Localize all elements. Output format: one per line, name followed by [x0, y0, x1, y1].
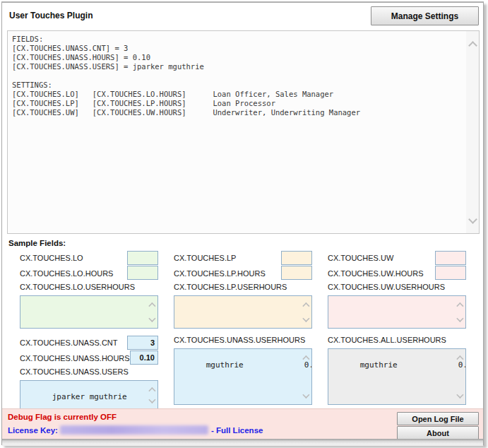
scroll-down-icon[interactable]: [148, 397, 155, 404]
unass-userhours-label: CX.TOUCHES.UNASS.USERHOURS: [174, 336, 312, 347]
scroll-down-icon[interactable]: [148, 316, 155, 323]
scroll-down-icon[interactable]: [456, 392, 463, 399]
unass-cnt-label: CX.TOUCHES.UNASS.CNT: [20, 338, 127, 347]
scroll-down-icon[interactable]: [468, 216, 477, 225]
scroll-up-icon[interactable]: [456, 301, 463, 308]
scroll-up-icon[interactable]: [302, 354, 309, 361]
license-key-redacted: [60, 425, 208, 435]
scroll-up-icon[interactable]: [148, 301, 155, 308]
output-panel[interactable]: FIELDS: [CX.TOUCHES.UNASS.CNT] = 3 [CX.T…: [7, 30, 480, 234]
lp-hours-input[interactable]: [281, 266, 312, 280]
lp-userhours-label: CX.TOUCHES.LP.USERHOURS: [174, 283, 312, 294]
lp-field-label: CX.TOUCHES.LP: [174, 254, 281, 262]
lo-hours-label: CX.TOUCHES.LO.HOURS: [20, 269, 127, 278]
footer-bar: Debug Flag is currently OFF License Key:…: [2, 408, 483, 439]
open-log-file-button[interactable]: Open Log File: [397, 412, 479, 425]
scroll-up-icon[interactable]: [302, 301, 309, 308]
manage-settings-button[interactable]: Manage Settings: [371, 6, 479, 25]
scroll-down-icon[interactable]: [456, 316, 463, 323]
field-row-lo-hours: CX.TOUCHES.LO.HOURS: [20, 266, 158, 281]
unass-users-textarea[interactable]: jparker mguthrie: [20, 380, 158, 410]
lo-field-label: CX.TOUCHES.LO: [20, 254, 127, 262]
lo-field-input[interactable]: [127, 251, 158, 265]
unass-users-label: CX.TOUCHES.UNASS.USERS: [20, 367, 158, 379]
uw-userhours-label: CX.TOUCHES.UW.USERHOURS: [328, 283, 466, 294]
field-row-lp: CX.TOUCHES.LP: [174, 251, 312, 265]
license-type-label: - Full License: [211, 426, 263, 435]
unass-cnt-input[interactable]: 3: [127, 336, 158, 350]
column-lp-unassuserhours: CX.TOUCHES.LP CX.TOUCHES.LP.HOURS CX.TOU…: [174, 251, 312, 405]
uw-userhours-textarea[interactable]: [328, 295, 466, 329]
field-row-uw-hours: CX.TOUCHES.UW.HOURS: [328, 266, 466, 281]
field-row-unass-hours: CX.TOUCHES.UNASS.HOURS 0.10: [20, 351, 158, 365]
scroll-up-icon[interactable]: [456, 354, 463, 361]
lo-userhours-label: CX.TOUCHES.LO.USERHOURS: [20, 283, 158, 294]
lp-userhours-textarea[interactable]: [174, 295, 312, 329]
lo-hours-input[interactable]: [127, 266, 158, 280]
unass-hours-input[interactable]: 0.10: [130, 350, 158, 365]
lo-userhours-textarea[interactable]: [20, 295, 158, 329]
sample-fields-heading: Sample Fields:: [8, 239, 66, 247]
scroll-down-icon[interactable]: [302, 392, 309, 399]
unass-userhours-textarea[interactable]: mguthrie 0.098: [174, 348, 312, 405]
scroll-down-icon[interactable]: [302, 316, 309, 323]
scroll-up-icon[interactable]: [468, 40, 477, 48]
unass-userhours-value: mguthrie 0.098: [206, 360, 312, 370]
uw-field-label: CX.TOUCHES.UW: [328, 254, 435, 262]
page-title: User Touches Plugin: [9, 11, 93, 20]
field-row-unass-cnt: CX.TOUCHES.UNASS.CNT 3: [20, 336, 158, 350]
all-userhours-textarea[interactable]: mguthrie 0.098: [328, 348, 466, 405]
unass-users-value: jparker mguthrie: [52, 392, 127, 401]
license-row: License Key: - Full License: [8, 425, 263, 435]
uw-hours-label: CX.TOUCHES.UW.HOURS: [328, 269, 435, 278]
lp-field-input[interactable]: [281, 251, 312, 265]
all-userhours-value: mguthrie 0.098: [360, 360, 466, 370]
scroll-up-icon[interactable]: [148, 386, 155, 393]
field-row-lo: CX.TOUCHES.LO: [20, 251, 158, 265]
output-text: FIELDS: [CX.TOUCHES.UNASS.CNT] = 3 [CX.T…: [12, 35, 463, 230]
window-bottom-edge: [2, 439, 483, 446]
unass-hours-label: CX.TOUCHES.UNASS.HOURS: [20, 354, 130, 362]
column-uw-alluserhours: CX.TOUCHES.UW CX.TOUCHES.UW.HOURS CX.TOU…: [328, 251, 466, 405]
output-scrollbar[interactable]: [466, 31, 479, 233]
uw-field-input[interactable]: [435, 251, 466, 265]
license-key-label: License Key:: [8, 426, 58, 435]
column-lo-unass: CX.TOUCHES.LO CX.TOUCHES.LO.HOURS CX.TOU…: [20, 251, 158, 410]
field-row-lp-hours: CX.TOUCHES.LP.HOURS: [174, 266, 312, 281]
all-userhours-label: CX.TOUCHES.ALL.USERHOURS: [328, 336, 466, 347]
uw-hours-input[interactable]: [435, 266, 466, 280]
debug-flag-status: Debug Flag is currently OFF: [8, 413, 117, 421]
about-button[interactable]: About: [397, 426, 479, 440]
field-row-uw: CX.TOUCHES.UW: [328, 251, 466, 265]
plugin-window: User Touches Plugin Manage Settings FIEL…: [1, 1, 484, 445]
titlebar: User Touches Plugin Manage Settings: [2, 3, 483, 29]
lp-hours-label: CX.TOUCHES.LP.HOURS: [174, 269, 281, 278]
